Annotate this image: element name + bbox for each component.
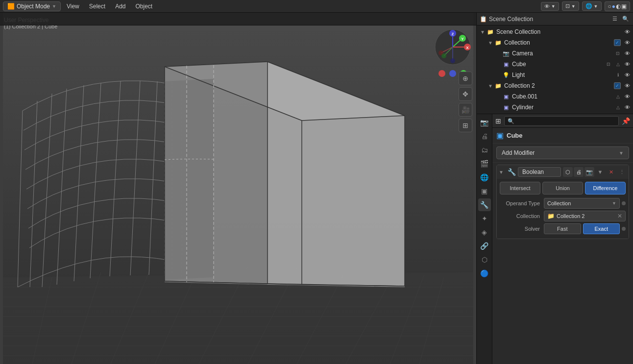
modifier-type-dropdown[interactable]: Boolean <box>518 167 561 177</box>
solver-keyframe-dot[interactable] <box>622 227 626 231</box>
expand-cylinder: ► <box>494 103 502 111</box>
svg-text:Z: Z <box>452 32 454 36</box>
cube-eye-btn[interactable]: 👁 <box>623 60 631 68</box>
outliner: 📋 Scene Collection ☰ 🔍 📁 Scene Collectio… <box>477 13 633 114</box>
menu-view[interactable]: View <box>63 2 83 11</box>
output-properties-btn[interactable]: 🖨 <box>478 130 491 143</box>
scene-collection-actions: 👁 <box>623 28 631 36</box>
menu-object[interactable]: Object <box>131 2 156 11</box>
light-actions: ℹ 👁 <box>614 71 631 79</box>
material-properties-btn[interactable]: 🔵 <box>478 267 491 280</box>
cursor-tool-btn[interactable]: ⊕ <box>459 72 472 85</box>
properties-panel: 📷 🖨 🗂 🎬 🌐 ▣ 🔧 ✦ ◈ 🔗 ⬡ 🔵 ⊞ <box>477 114 633 364</box>
cube001-label: Cube.001 <box>512 93 614 100</box>
expand-cube001: ► <box>494 93 502 100</box>
modifier-dropdown-btn[interactable]: ▼ <box>595 167 605 177</box>
mode-dropdown-arrow: ▼ <box>52 4 56 9</box>
svg-point-65 <box>441 53 446 58</box>
union-btn[interactable]: Union <box>542 182 583 194</box>
data-properties-btn[interactable]: ⬡ <box>478 253 491 266</box>
modifier-more-btn[interactable]: ⋮ <box>617 167 627 177</box>
dropdown-arrow: ▼ <box>551 4 556 9</box>
light-eye-btn[interactable]: 👁 <box>623 71 631 79</box>
camera-filter-btn[interactable]: ⊡ <box>614 49 622 57</box>
outliner-item-light[interactable]: ► 💡 Light ℹ 👁 <box>477 70 633 80</box>
collection2-eye-btn[interactable]: 👁 <box>623 82 631 90</box>
cylinder-label: Cylinder <box>512 104 614 111</box>
operand-type-arrow: ▼ <box>612 201 616 206</box>
viewport-gizmo[interactable]: Y X Z <box>433 27 472 67</box>
viewport[interactable]: User Perspective (1) Collection 2 | Cube <box>0 13 476 364</box>
collection2-check[interactable]: ✓ <box>614 82 621 89</box>
cube-restrict-btn[interactable]: △ <box>614 60 622 68</box>
outliner-item-cube[interactable]: ► ▣ Cube ⊡ △ 👁 <box>477 59 633 70</box>
scene-properties-btn[interactable]: 🎬 <box>478 157 491 170</box>
constraints-properties-btn[interactable]: 🔗 <box>478 240 491 252</box>
outliner-item-camera[interactable]: ► 📷 Camera ⊡ 👁 <box>477 48 633 59</box>
cube001-eye-btn[interactable]: 👁 <box>623 93 631 100</box>
render-properties-btn[interactable]: 📷 <box>478 116 491 129</box>
move-tool-btn[interactable]: ✥ <box>459 87 472 101</box>
particles-properties-btn[interactable]: ✦ <box>478 212 491 225</box>
cylinder-actions: △ 👁 <box>614 103 631 111</box>
difference-btn[interactable]: Difference <box>585 182 626 194</box>
grid-btn[interactable]: ⊞ <box>459 119 472 132</box>
collection-dropdown[interactable]: 📁 Collection 2 ✕ <box>544 211 626 221</box>
dropdown-arrow-2: ▼ <box>571 4 576 9</box>
mode-label: Object Mode <box>17 3 50 10</box>
operand-type-dropdown[interactable]: Collection ▼ <box>544 198 620 209</box>
operand-type-value: Collection ▼ <box>544 198 620 209</box>
viewport-mode-btn[interactable]: 🌐 ▼ <box>582 1 602 11</box>
collection2-icon: 📁 <box>494 82 502 90</box>
overlay-btn[interactable]: ⊡ ▼ <box>562 1 579 11</box>
object-properties-btn[interactable]: ▣ <box>478 185 491 197</box>
physics-properties-btn[interactable]: ◈ <box>478 226 491 239</box>
display-mode-group[interactable]: ○ ● ◐ ▣ <box>605 1 631 11</box>
menu-add[interactable]: Add <box>111 2 129 11</box>
view-layer-properties-btn[interactable]: 🗂 <box>478 144 491 156</box>
cylinder-eye-btn[interactable]: 👁 <box>623 103 631 111</box>
scene-collection-eye-btn[interactable]: 👁 <box>623 28 631 36</box>
properties-search-input[interactable] <box>504 116 619 126</box>
outliner-item-scene-collection[interactable]: 📁 Scene Collection 👁 <box>477 26 633 37</box>
world-properties-btn[interactable]: 🌐 <box>478 171 491 184</box>
collection-check[interactable]: ✓ <box>614 39 621 46</box>
camera-actions: ⊡ 👁 <box>614 49 631 57</box>
outliner-item-collection[interactable]: 📁 Collection ✓ 👁 <box>477 37 633 48</box>
camera-eye-btn[interactable]: 👁 <box>623 49 631 57</box>
modifier-render-btn[interactable]: 🖨 <box>574 167 584 177</box>
collection-row: Collection 📁 Collection 2 ✕ <box>500 210 626 222</box>
outliner-item-collection2[interactable]: 📁 Collection 2 ✓ 👁 <box>477 80 633 91</box>
operand-type-keyframe-dot[interactable] <box>622 201 626 205</box>
outliner-item-cube001[interactable]: ► ▣ Cube.001 △ 👁 <box>477 91 633 102</box>
properties-object-name: ▣ Cube <box>492 128 633 144</box>
camera-view-btn[interactable]: 🎥 <box>459 103 472 117</box>
cylinder-restrict-btn[interactable]: △ <box>614 103 622 111</box>
mode-selector[interactable]: 🟧 Object Mode ▼ <box>3 1 61 11</box>
outliner-search-btn[interactable]: 🔍 <box>621 15 630 24</box>
outliner-filter-btn[interactable]: ☰ <box>610 15 619 24</box>
cube-filter-btn[interactable]: ⊡ <box>605 60 612 68</box>
light-info-btn[interactable]: ℹ <box>614 71 622 79</box>
modifier-expand-btn[interactable]: ▼ <box>499 170 506 175</box>
intersect-btn[interactable]: Intersect <box>500 182 540 194</box>
collection-eye-btn[interactable]: 👁 <box>623 39 631 47</box>
expand-collection2 <box>487 82 494 90</box>
menu-select[interactable]: Select <box>85 2 109 11</box>
modifier-properties-btn[interactable]: 🔧 <box>478 198 491 211</box>
light-icon: 💡 <box>502 71 510 79</box>
viewport-shading-btn[interactable]: 👁 ▼ <box>541 2 559 11</box>
properties-pin-btn[interactable]: 📌 <box>622 117 630 125</box>
modifier-delete-btn[interactable]: ✕ <box>606 167 616 177</box>
operation-buttons: Intersect Union Difference <box>500 182 626 194</box>
fast-btn[interactable]: Fast <box>544 223 581 234</box>
outliner-item-cylinder[interactable]: ► ▣ Cylinder △ 👁 <box>477 102 633 113</box>
collection-clear-btn[interactable]: ✕ <box>617 213 622 219</box>
viewport-shading-icon: 👁 <box>544 3 550 9</box>
operand-type-label: Operand Type <box>500 200 544 206</box>
add-modifier-btn[interactable]: Add Modifier ▼ <box>496 146 629 159</box>
exact-btn[interactable]: Exact <box>583 223 620 234</box>
modifier-camera-btn[interactable]: 📷 <box>584 167 594 177</box>
cube001-restrict-btn[interactable]: △ <box>614 93 622 100</box>
modifier-realtime-btn[interactable]: ⬡ <box>563 167 573 177</box>
